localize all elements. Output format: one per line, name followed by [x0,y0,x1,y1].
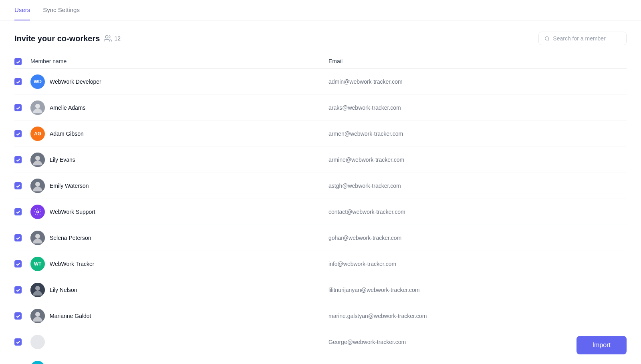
row-checkbox[interactable] [14,286,22,294]
row-checkbox-cell [14,312,30,320]
svg-point-9 [37,211,39,213]
row-checkbox[interactable] [14,208,22,215]
avatar [30,153,45,167]
row-checkbox-cell [14,182,30,189]
member-cell: VG Verity Gordon [30,361,329,364]
row-checkbox[interactable] [14,130,22,137]
table-row: Lily Evans armine@webwork-tracker.com [14,147,627,173]
table-row: VG Verity Gordon varduhi@webwork-tracker… [14,355,627,364]
member-name: WebWork Support [50,209,95,215]
member-cell: Marianne Galdot [30,309,329,323]
row-checkbox-cell [14,286,30,294]
member-cell: WD WebWork Developer [30,74,329,89]
avatar [30,309,45,323]
main-content: Invite your co-workers 12 [0,20,641,364]
avatar: VG [30,361,45,364]
avatar [30,205,45,219]
row-checkbox-cell [14,130,30,137]
member-name: Emily Waterson [50,183,89,189]
avatar: AG [30,127,45,141]
row-checkbox[interactable] [14,312,22,320]
member-cell: Emily Waterson [30,179,329,193]
member-name: Lily Evans [50,157,75,163]
header-checkbox-cell [14,58,30,65]
tab-users[interactable]: Users [14,0,30,20]
page-title: Invite your co-workers [14,34,100,43]
avatar: WD [30,74,45,89]
row-checkbox-cell [14,260,30,267]
svg-point-6 [35,156,40,161]
svg-point-11 [35,234,40,239]
svg-point-13 [35,286,40,291]
title-group: Invite your co-workers 12 [14,34,121,43]
table-header: Member name Email [14,55,627,69]
row-checkbox[interactable] [14,338,22,346]
svg-point-15 [35,312,40,317]
column-member-name: Member name [30,58,329,65]
member-count-value: 12 [114,35,121,42]
email-cell: astgh@webwork-tracker.com [329,183,627,189]
avatar [30,179,45,193]
email-cell: gohar@webwork-tracker.com [329,235,627,241]
tabs-container: Users Sync Settings [0,0,641,20]
tab-sync-settings[interactable]: Sync Settings [43,0,80,20]
row-checkbox-cell [14,338,30,346]
row-checkbox-cell [14,104,30,111]
email-cell: armine@webwork-tracker.com [329,157,627,163]
avatar [30,283,45,297]
email-cell: armen@webwork-tracker.com [329,131,627,137]
svg-point-8 [35,182,40,187]
table-row: WT WebWork Tracker info@webwork-tracker.… [14,251,627,277]
email-cell: lilitnurijanyan@webwork-tracker.com [329,287,627,293]
member-count: 12 [104,34,121,42]
member-cell: Lily Nelson [30,283,329,297]
member-cell: Amelie Adams [30,101,329,115]
group-icon [104,34,112,42]
search-box[interactable] [538,32,627,45]
svg-point-4 [35,104,40,109]
row-checkbox[interactable] [14,234,22,241]
table-row: Emily Waterson astgh@webwork-tracker.com [14,173,627,199]
email-cell: info@webwork-tracker.com [329,261,627,267]
member-name: WebWork Tracker [50,261,95,267]
member-cell: WT WebWork Tracker [30,257,329,271]
avatar [30,231,45,245]
member-cell: Lily Evans [30,153,329,167]
svg-point-1 [545,36,549,40]
member-name: WebWork Developer [50,78,101,85]
member-name: Marianne Galdot [50,313,91,319]
select-all-checkbox[interactable] [14,58,22,65]
table-row: Marianne Galdot marine.galstyan@webwork-… [14,303,627,329]
table-body: WD WebWork Developer admin@webwork-track… [14,69,627,364]
row-checkbox[interactable] [14,156,22,163]
email-cell: araks@webwork-tracker.com [329,105,627,111]
table-row: AG Adam Gibson armen@webwork-tracker.com [14,121,627,147]
member-cell: WebWork Support [30,205,329,219]
email-cell: contact@webwork-tracker.com [329,209,627,215]
avatar [30,335,45,349]
member-name: Selena Peterson [50,235,91,241]
svg-line-2 [548,40,549,40]
import-button[interactable]: Import [576,336,627,354]
svg-point-0 [106,36,109,38]
table-row: Lily Nelson lilitnurijanyan@webwork-trac… [14,277,627,303]
column-email: Email [329,58,627,65]
avatar: WT [30,257,45,271]
member-name: Adam Gibson [50,131,84,137]
email-cell: marine.galstyan@webwork-tracker.com [329,313,627,319]
row-checkbox[interactable] [14,78,22,85]
search-input[interactable] [553,35,621,42]
row-checkbox[interactable] [14,182,22,189]
row-checkbox[interactable] [14,260,22,267]
row-checkbox-cell [14,234,30,241]
member-cell: Selena Peterson [30,231,329,245]
search-icon [544,36,550,42]
row-checkbox[interactable] [14,104,22,111]
table-row: WebWork Support contact@webwork-tracker.… [14,199,627,225]
row-checkbox-cell [14,156,30,163]
member-name: Lily Nelson [50,287,77,293]
member-cell: AG Adam Gibson [30,127,329,141]
header-row: Invite your co-workers 12 [14,32,627,45]
avatar [30,101,45,115]
email-cell: admin@webwork-tracker.com [329,78,627,85]
